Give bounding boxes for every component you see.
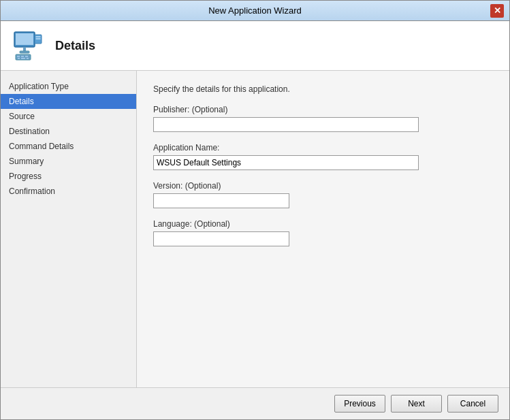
sidebar-item-destination[interactable]: Destination [1,124,136,139]
svg-rect-11 [18,58,20,59]
close-button[interactable]: ✕ [490,4,504,18]
publisher-input[interactable] [153,117,419,132]
app-name-group: Application Name: [153,143,493,170]
svg-rect-9 [21,56,24,57]
sidebar-item-details[interactable]: Details [1,94,136,109]
svg-rect-5 [36,36,41,37]
version-label: Version: (Optional) [153,181,493,191]
next-button[interactable]: Next [391,395,442,413]
sidebar-item-application-type[interactable]: Application Type [1,79,136,94]
language-group: Language: (Optional) [153,219,493,246]
wizard-window: New Application Wizard ✕ [0,0,510,420]
content-area: Specify the details for this application… [137,71,509,387]
sidebar-item-source[interactable]: Source [1,109,136,124]
sidebar-item-summary[interactable]: Summary [1,154,136,169]
version-group: Version: (Optional) [153,181,493,208]
sidebar-item-command-details[interactable]: Command Details [1,139,136,154]
previous-button[interactable]: Previous [334,395,385,413]
cancel-button[interactable]: Cancel [447,395,498,413]
sidebar-item-confirmation[interactable]: Confirmation [1,184,136,199]
computer-icon [12,29,44,62]
publisher-group: Publisher: (Optional) [153,105,493,132]
svg-rect-1 [16,33,33,45]
svg-rect-13 [27,58,29,59]
sidebar-item-progress[interactable]: Progress [1,169,136,184]
app-name-input[interactable] [153,155,419,170]
svg-rect-6 [36,38,41,39]
sidebar: Application Type Details Source Destinat… [1,71,137,387]
title-bar: New Application Wizard ✕ [1,1,509,21]
svg-rect-12 [21,58,25,59]
svg-rect-8 [17,56,20,57]
app-name-label: Application Name: [153,143,493,152]
header-section: Details [1,21,509,71]
header-title: Details [55,39,95,53]
svg-rect-2 [23,47,26,51]
main-body: Application Type Details Source Destinat… [1,71,509,387]
window-title: New Application Wizard [20,5,490,16]
instruction-text: Specify the details for this application… [153,84,493,94]
footer: Previous Next Cancel [1,387,509,419]
publisher-label: Publisher: (Optional) [153,105,493,114]
svg-rect-7 [16,54,31,60]
language-label: Language: (Optional) [153,219,493,229]
language-input[interactable] [153,231,289,246]
version-input[interactable] [153,193,289,208]
svg-rect-3 [20,51,29,53]
svg-rect-10 [25,56,28,57]
